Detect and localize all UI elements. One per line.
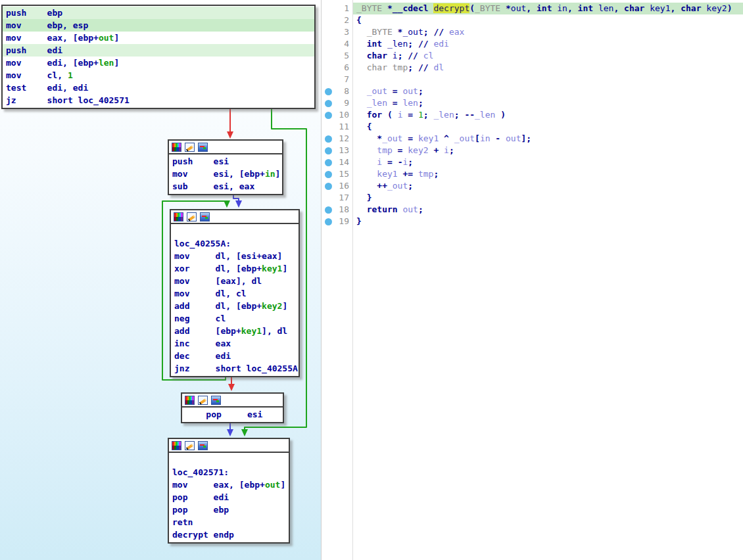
basic-block-entry[interactable]: push ebpmov ebp, espmov eax, [ebp+out]pu… [1,5,316,109]
code-token: mov cl, [6,70,68,80]
pseudocode-text[interactable]: for ( i = 1; _len; --_len ) [352,109,743,121]
code-token: } [367,193,372,202]
asm-instruction-line[interactable]: jz short loc_402571 [3,94,314,106]
pseudocode-text[interactable]: *_out = key1 ^ _out[in - out]; [352,133,743,145]
pseudocode-text[interactable]: _BYTE *_out; // eax [352,26,743,38]
pseudocode-line[interactable]: 19} [322,216,743,227]
pseudocode-view[interactable]: 1_BYTE *__cdecl decrypt(_BYTE *out, int … [322,0,743,560]
asm-instruction-line[interactable]: mov ebp, esp [3,19,314,32]
basic-block-loc_40255A[interactable]: loc_40255A:mov dl, [esi+eax]xor dl, [ebp… [170,209,300,377]
pseudocode-text[interactable]: ++_out; [352,180,743,192]
pseudocode-text[interactable]: int _len; // edi [352,38,743,50]
asm-instruction-line[interactable] [169,454,289,466]
asm-instruction-line[interactable]: add [ebp+key1], dl [171,325,299,337]
edit-comment-icon[interactable] [187,212,197,222]
ida-graph-view[interactable]: push ebpmov ebp, espmov eax, [ebp+out]pu… [0,0,321,560]
edit-comment-icon[interactable] [185,441,195,450]
asm-instruction-line[interactable]: mov [eax], dl [171,275,299,287]
pseudocode-line[interactable]: 11 { [322,121,743,133]
pseudocode-text[interactable]: return out; [352,204,743,216]
asm-instruction-line[interactable]: mov dl, cl [171,287,299,300]
asm-instruction-line[interactable]: push esi [169,155,282,168]
asm-instruction-line[interactable]: mov eax, [ebp+out] [3,32,314,44]
pseudocode-text[interactable]: _len = len; [352,97,743,109]
pseudocode-line[interactable]: 15 key1 += tmp; [322,168,743,180]
asm-instruction-line[interactable]: neg cl [171,312,299,325]
basic-block-setup-in[interactable]: push esimov esi, [ebp+in]sub esi, eax [168,139,283,195]
asm-instruction-line[interactable]: pop ebp [169,503,289,516]
edit-comment-icon[interactable] [198,396,208,405]
asm-instruction-line[interactable]: jnz short loc_40255A [171,362,299,375]
pseudocode-line[interactable]: 13 tmp = key2 + i; [322,145,743,156]
asm-instruction-line[interactable]: inc eax [171,337,299,350]
pseudocode-text[interactable]: char tmp; // dl [352,62,743,74]
line-number: 17 [334,192,352,204]
asm-instruction-line[interactable]: loc_40255A: [171,237,299,250]
asm-instruction-line[interactable]: pop edi [169,491,289,503]
pane-splitter[interactable] [321,0,322,560]
asm-instruction-line[interactable]: decrypt endp [169,528,289,541]
code-token: add dl, [ebp+ [174,301,262,311]
code-token: key1 [418,133,439,143]
pseudocode-text[interactable]: { [352,121,743,133]
pseudocode-text[interactable]: key1 += tmp; [352,168,743,180]
pseudocode-line[interactable]: 3 _BYTE *_out; // eax [322,26,743,38]
pseudocode-line[interactable]: 14 i = -i; [322,156,743,168]
code-token: tmp [418,169,433,179]
basic-block-loc_402571[interactable]: loc_402571:mov eax, [ebp+out]pop edipop … [168,438,290,544]
pseudocode-line[interactable]: 17 } [322,192,743,204]
asm-instruction-line[interactable]: mov esi, [ebp+in] [169,168,282,180]
set-node-color-icon[interactable] [172,143,181,152]
pseudocode-line[interactable]: 2{ [322,14,743,26]
edit-comment-icon[interactable] [185,143,195,152]
asm-instruction-line[interactable]: loc_402571: [169,466,289,478]
asm-instruction-line[interactable]: push edi [3,44,314,57]
asm-instruction-line[interactable]: push ebp [3,7,314,19]
asm-instruction-line[interactable]: mov cl, 1 [3,69,314,82]
group-nodes-icon[interactable] [198,441,208,450]
basic-block-pop-esi[interactable]: pop esi [181,392,284,423]
pseudocode-text[interactable]: } [352,192,743,204]
asm-instruction-line[interactable]: dec edi [171,350,299,362]
asm-instruction-line[interactable]: retn [169,516,289,528]
pseudocode-line[interactable]: 12 *_out = key1 ^ _out[in - out]; [322,133,743,145]
asm-instruction-line[interactable]: add dl, [ebp+key2] [171,300,299,312]
pseudocode-line[interactable]: 18 return out; [322,204,743,216]
group-nodes-icon[interactable] [198,143,208,152]
set-node-color-icon[interactable] [174,212,183,222]
group-nodes-icon[interactable] [211,396,221,405]
set-node-color-icon[interactable] [172,441,181,450]
asm-instruction-line[interactable]: sub esi, eax [169,180,282,193]
pseudocode-text[interactable]: _out = out; [352,85,743,97]
pseudocode-line[interactable]: 1_BYTE *__cdecl decrypt(_BYTE *out, int … [322,3,743,14]
asm-instruction-line[interactable]: xor dl, [ebp+key1] [171,262,299,275]
code-token [356,193,367,202]
code-token: ; [418,98,423,108]
asm-instruction-line[interactable]: mov dl, [esi+eax] [171,250,299,262]
pseudocode-text[interactable]: i = -i; [352,156,743,168]
pseudocode-text[interactable]: char i; // cl [352,50,743,62]
pseudocode-text[interactable] [352,74,743,85]
pseudocode-text[interactable]: tmp = key2 + i; [352,145,743,156]
pseudocode-line[interactable]: 9 _len = len; [322,97,743,109]
asm-instruction-line[interactable]: test edi, edi [3,82,314,94]
group-nodes-icon[interactable] [200,212,210,222]
asm-instruction-line[interactable]: pop esi [182,408,283,421]
pseudocode-line[interactable]: 16 ++_out; [322,180,743,192]
asm-instruction-line[interactable] [171,225,299,237]
pseudocode-line[interactable]: 5 char i; // cl [322,50,743,62]
pseudocode-text[interactable]: } [352,216,743,227]
pseudocode-line[interactable]: 8 _out = out; [322,85,743,97]
asm-instruction-line[interactable]: mov edi, [ebp+len] [3,57,314,69]
code-token: _BYTE [356,3,382,13]
pseudocode-text[interactable]: { [352,14,743,26]
pseudocode-line[interactable]: 10 for ( i = 1; _len; --_len ) [322,109,743,121]
pseudocode-text[interactable]: _BYTE *__cdecl decrypt(_BYTE *out, int i… [352,3,743,14]
code-token: ]; [521,133,532,143]
pseudocode-line[interactable]: 6 char tmp; // dl [322,62,743,74]
pseudocode-line[interactable]: 7 [322,74,743,85]
pseudocode-line[interactable]: 4 int _len; // edi [322,38,743,50]
asm-instruction-line[interactable]: mov eax, [ebp+out] [169,478,289,491]
set-node-color-icon[interactable] [185,396,195,405]
code-token: in [265,169,276,179]
